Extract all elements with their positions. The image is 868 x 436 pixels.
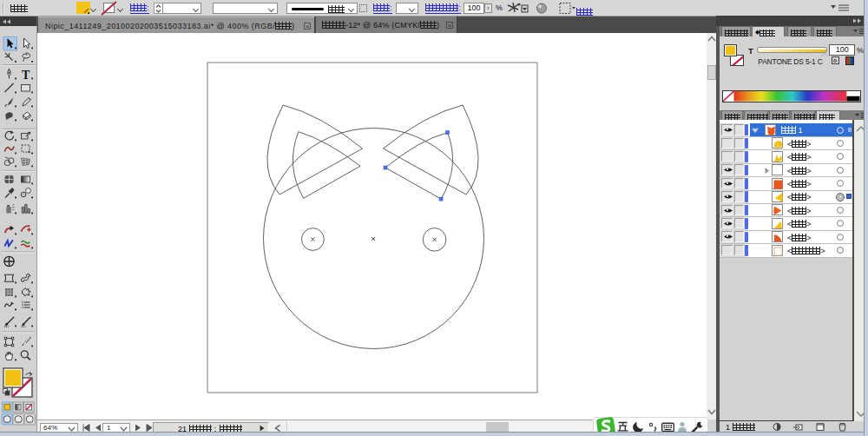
svg-text:T: T — [22, 69, 30, 82]
